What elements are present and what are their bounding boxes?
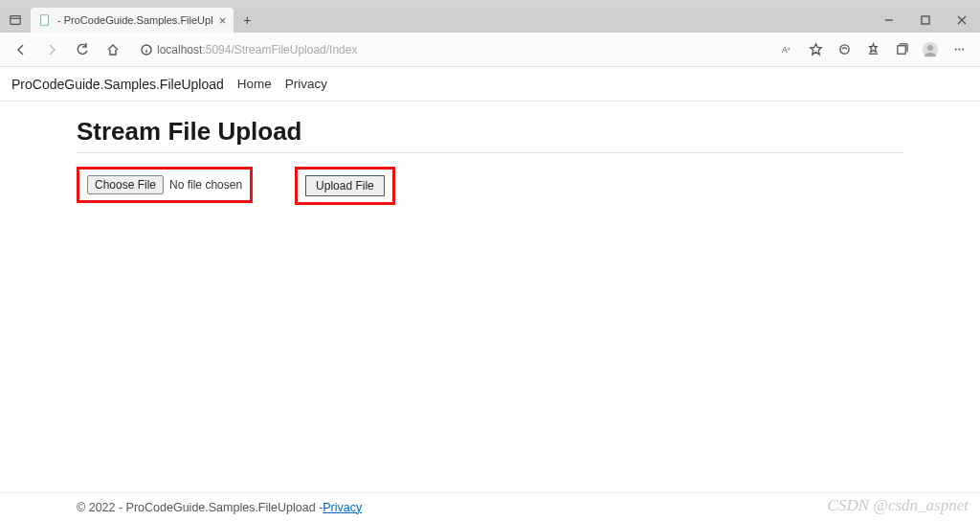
page-content: Stream File Upload Choose File No file c…	[0, 102, 980, 492]
favorites-bar-icon[interactable]	[859, 36, 886, 63]
svg-point-17	[927, 45, 933, 51]
favorite-icon[interactable]	[802, 36, 829, 63]
profile-icon[interactable]	[917, 36, 944, 63]
url-path: :5094/StreamFileUpload/Index	[202, 43, 357, 57]
svg-point-19	[958, 49, 960, 51]
choose-file-button[interactable]: Choose File	[87, 175, 164, 194]
nav-link-home[interactable]: Home	[237, 77, 272, 91]
more-icon[interactable]	[946, 36, 972, 63]
svg-rect-13	[897, 46, 904, 54]
window-titlebar	[0, 0, 980, 8]
footer-privacy-link[interactable]: Privacy	[323, 501, 362, 514]
svg-text:A⁺: A⁺	[781, 45, 791, 55]
svg-point-11	[839, 45, 848, 54]
address-bar[interactable]: localhost:5094/StreamFileUpload/Index	[136, 37, 764, 62]
upload-file-button[interactable]: Upload File	[305, 175, 385, 196]
site-navbar: ProCodeGuide.Samples.FileUpload Home Pri…	[0, 67, 980, 102]
tab-strip-left-icon[interactable]	[0, 8, 31, 33]
back-button[interactable]	[8, 36, 34, 63]
minimize-button[interactable]	[871, 8, 907, 33]
read-aloud-icon[interactable]: A⁺	[773, 36, 800, 63]
close-window-button[interactable]	[944, 8, 980, 33]
navbar-brand[interactable]: ProCodeGuide.Samples.FileUpload	[11, 77, 224, 92]
footer-text: © 2022 - ProCodeGuide.Samples.FileUpload…	[77, 501, 323, 514]
collections-icon[interactable]	[888, 36, 915, 63]
refresh-button[interactable]	[69, 36, 96, 63]
svg-point-18	[954, 49, 956, 51]
tab-title: - ProCodeGuide.Samples.FileUpl	[57, 14, 213, 26]
maximize-button[interactable]	[907, 8, 944, 33]
window-controls	[871, 8, 980, 33]
browser-toolbar: localhost:5094/StreamFileUpload/Index A⁺	[0, 33, 980, 67]
tab-strip: - ProCodeGuide.Samples.FileUpl × +	[0, 8, 980, 33]
browser-tab-active[interactable]: - ProCodeGuide.Samples.FileUpl ×	[31, 8, 234, 33]
tab-favicon	[38, 13, 52, 27]
url-host: localhost	[157, 43, 202, 57]
svg-rect-2	[41, 15, 49, 26]
nav-link-privacy[interactable]: Privacy	[285, 77, 327, 91]
forward-button[interactable]	[38, 36, 65, 63]
file-input-highlight: Choose File No file chosen	[77, 167, 253, 203]
page-footer: © 2022 - ProCodeGuide.Samples.FileUpload…	[0, 492, 980, 521]
file-chosen-label: No file chosen	[169, 178, 242, 192]
close-tab-icon[interactable]: ×	[219, 13, 227, 28]
sync-icon[interactable]	[831, 36, 858, 63]
page-heading: Stream File Upload	[77, 117, 903, 147]
new-tab-button[interactable]: +	[234, 8, 260, 33]
home-button[interactable]	[100, 36, 126, 63]
heading-divider	[77, 152, 903, 153]
svg-rect-0	[11, 16, 21, 25]
site-info-icon[interactable]	[136, 43, 157, 57]
svg-point-20	[962, 49, 964, 51]
upload-button-highlight: Upload File	[295, 167, 395, 205]
svg-rect-4	[922, 16, 929, 24]
